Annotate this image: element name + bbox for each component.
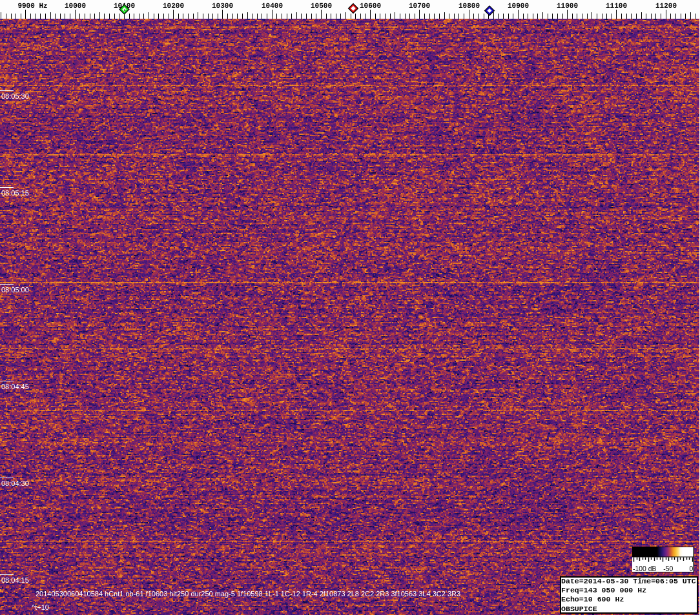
- svg-text:-50: -50: [663, 565, 673, 572]
- svg-text:-100 dB: -100 dB: [633, 565, 656, 572]
- svg-text:0: 0: [690, 565, 694, 572]
